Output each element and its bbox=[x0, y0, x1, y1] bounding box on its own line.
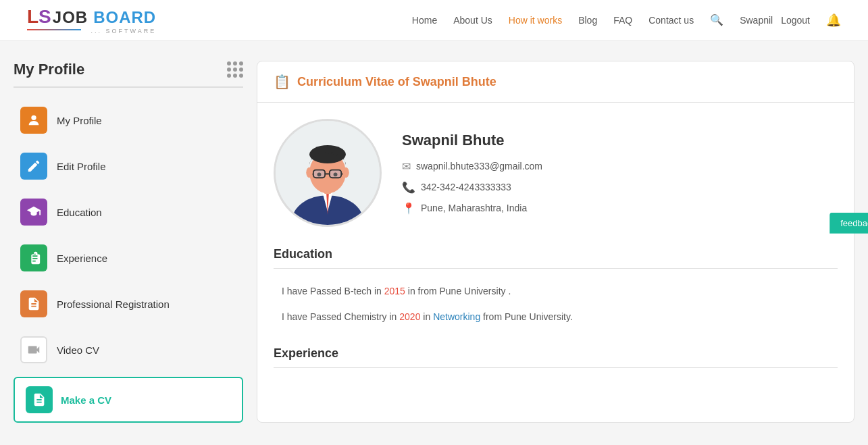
profile-email: ✉ swapnil.bhute333@gmail.com bbox=[402, 160, 542, 173]
phone-icon: 📞 bbox=[402, 181, 415, 194]
svg-point-14 bbox=[334, 173, 338, 177]
education-section: Education I have Passed B-tech in 2015 i… bbox=[274, 247, 838, 330]
profile-phone: 📞 342-342-4243333333 bbox=[402, 181, 542, 194]
svg-point-0 bbox=[31, 115, 36, 120]
sidebar-divider bbox=[14, 86, 243, 88]
avatar bbox=[274, 119, 382, 227]
nav-how-it-works[interactable]: How it works bbox=[509, 15, 562, 26]
search-icon[interactable]: 🔍 bbox=[710, 14, 723, 26]
sidebar-item-professional-registration[interactable]: Professional Registration bbox=[14, 282, 243, 325]
nav-faq[interactable]: FAQ bbox=[613, 15, 632, 26]
profile-name: Swapnil Bhute bbox=[402, 132, 542, 149]
logo: LS JOB BOARD ... SOFTWARE bbox=[27, 6, 156, 34]
sidebar: My Profile My Profile bbox=[14, 61, 243, 423]
location-icon: 📍 bbox=[402, 202, 415, 215]
education-item-2: I have Passed Chemistry in 2020 in Netwo… bbox=[274, 304, 838, 330]
main-content: 📋 Curriculum Vitae of Swapnil Bhute bbox=[257, 61, 854, 423]
sidebar-label-education: Education bbox=[57, 207, 102, 218]
sidebar-item-experience[interactable]: Experience bbox=[14, 236, 243, 280]
nav-logout[interactable]: Logout bbox=[781, 15, 810, 26]
header: LS JOB BOARD ... SOFTWARE Home About Us … bbox=[0, 0, 868, 41]
sidebar-label-video-cv: Video CV bbox=[57, 344, 99, 356]
make-cv-label: Make a CV bbox=[61, 394, 111, 406]
nav-contact[interactable]: Contact us bbox=[648, 15, 694, 26]
notification-bell-icon[interactable]: 🔔 bbox=[826, 13, 841, 28]
sidebar-item-my-profile[interactable]: My Profile bbox=[14, 99, 243, 142]
sidebar-title: My Profile bbox=[14, 61, 84, 78]
nav-user: Swapnil Logout bbox=[740, 15, 810, 26]
profile-location: 📍 Pune, Maharashtra, India bbox=[402, 202, 542, 215]
profile-section: Swapnil Bhute ✉ swapnil.bhute333@gmail.c… bbox=[274, 119, 838, 227]
sidebar-item-video-cv[interactable]: Video CV bbox=[14, 328, 243, 371]
make-cv-button[interactable]: Make a CV bbox=[14, 377, 243, 423]
sidebar-item-education[interactable]: Education bbox=[14, 190, 243, 234]
sidebar-header: My Profile bbox=[14, 61, 243, 78]
experience-section-title: Experience bbox=[274, 346, 838, 368]
cv-body: Swapnil Bhute ✉ swapnil.bhute333@gmail.c… bbox=[257, 103, 854, 394]
sidebar-label-edit-profile: Edit Profile bbox=[57, 161, 106, 172]
education-item-1: I have Passed B-tech in 2015 in from Pun… bbox=[274, 278, 838, 304]
education-section-title: Education bbox=[274, 247, 838, 269]
sidebar-label-experience: Experience bbox=[57, 253, 107, 264]
cv-header-title: Curriculum Vitae of Swapnil Bhute bbox=[297, 75, 496, 89]
sidebar-item-edit-profile[interactable]: Edit Profile bbox=[14, 145, 243, 188]
nav-user-name[interactable]: Swapnil bbox=[740, 15, 773, 26]
edit-profile-icon bbox=[20, 153, 47, 180]
sidebar-menu: My Profile Edit Profile Education bbox=[14, 99, 243, 371]
nav-about[interactable]: About Us bbox=[453, 15, 492, 26]
logo-ls: LS bbox=[27, 6, 51, 28]
main-nav: Home About Us How it works Blog FAQ Cont… bbox=[412, 13, 841, 28]
svg-point-15 bbox=[306, 167, 313, 178]
professional-registration-icon bbox=[20, 290, 47, 317]
my-profile-icon bbox=[20, 107, 47, 134]
svg-point-7 bbox=[309, 145, 346, 163]
nav-home[interactable]: Home bbox=[412, 15, 437, 26]
make-cv-icon bbox=[26, 386, 53, 413]
svg-point-13 bbox=[317, 173, 322, 177]
nav-blog[interactable]: Blog bbox=[578, 15, 597, 26]
sidebar-label-my-profile: My Profile bbox=[57, 115, 102, 126]
video-cv-icon bbox=[20, 336, 47, 363]
cv-header: 📋 Curriculum Vitae of Swapnil Bhute bbox=[257, 61, 854, 103]
experience-icon bbox=[20, 244, 47, 271]
email-icon: ✉ bbox=[402, 160, 411, 173]
experience-section: Experience bbox=[274, 346, 838, 368]
svg-point-16 bbox=[342, 167, 349, 178]
education-icon bbox=[20, 199, 47, 226]
avatar-container bbox=[274, 119, 382, 227]
main-container: My Profile My Profile bbox=[0, 61, 868, 423]
sidebar-label-professional-registration: Professional Registration bbox=[57, 298, 170, 310]
feedback-tab[interactable]: feedback bbox=[829, 212, 868, 233]
grid-icon[interactable] bbox=[227, 61, 243, 78]
profile-info: Swapnil Bhute ✉ swapnil.bhute333@gmail.c… bbox=[402, 119, 542, 227]
cv-header-icon: 📋 bbox=[274, 74, 290, 90]
